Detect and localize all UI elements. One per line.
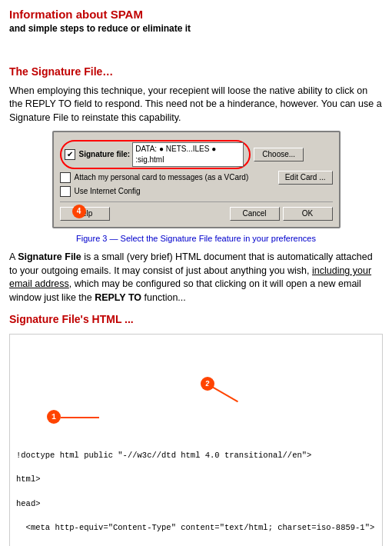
internet-config-row: Use Internet Config bbox=[60, 186, 333, 197]
section-heading-1: The Signature File… bbox=[9, 65, 383, 80]
choose-button[interactable]: Choose... bbox=[254, 148, 304, 161]
vcard-label: Attach my personal card to messages (as … bbox=[75, 172, 278, 183]
internet-checkbox[interactable] bbox=[60, 186, 71, 197]
sig-file-oval: ✔ Signature file: DATA: ● NETS...ILES ● … bbox=[60, 140, 251, 169]
sig-file-row: ✔ Signature file: DATA: ● NETS...ILES ● … bbox=[60, 140, 333, 169]
edit-card-button[interactable]: Edit Card ... bbox=[278, 171, 333, 185]
cancel-button[interactable]: Cancel bbox=[230, 207, 280, 221]
page-subtitle: and simple steps to reduce or eliminate … bbox=[9, 22, 383, 35]
code-block: 1 2 !doctype html public "-//w3c//dtd ht… bbox=[9, 334, 383, 546]
dialog-footer: Help Cancel OK bbox=[60, 201, 333, 221]
num-badge-4: 4 bbox=[72, 205, 86, 218]
vcard-row: Attach my personal card to messages (as … bbox=[60, 171, 333, 185]
vcard-checkbox[interactable] bbox=[60, 172, 71, 183]
page-title: Information about SPAM bbox=[9, 6, 383, 22]
figure3-container: ✔ Signature file: DATA: ● NETS...ILES ● … bbox=[52, 131, 341, 228]
para2: A Signature File is a small (very brief)… bbox=[9, 251, 383, 305]
section-heading-2: Signature File's HTML ... bbox=[9, 312, 383, 328]
sig-label: Signature file: bbox=[79, 149, 131, 160]
arrow-badge-1: 1 bbox=[47, 410, 61, 424]
figure3-caption: Figure 3 — Select the Signature File fea… bbox=[9, 233, 383, 245]
sig-value-field: DATA: ● NETS...ILES ● :sig.html bbox=[132, 142, 244, 167]
ok-button[interactable]: OK bbox=[283, 207, 333, 221]
sig-checkbox[interactable]: ✔ bbox=[65, 149, 75, 160]
para1: When employing this technique, your rece… bbox=[9, 85, 383, 125]
internet-label: Use Internet Config bbox=[75, 186, 141, 197]
